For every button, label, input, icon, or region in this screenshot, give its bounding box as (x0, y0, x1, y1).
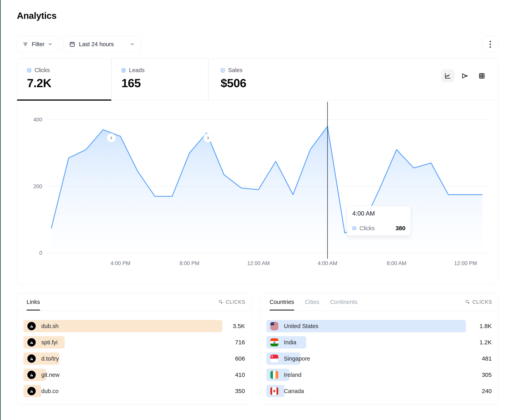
dub-logo-icon (27, 322, 36, 330)
funnel-icon (461, 72, 468, 80)
india-flag-icon (270, 338, 278, 346)
clicks-series-chip-icon (352, 226, 356, 230)
list-item[interactable]: spti.fyi 716 (23, 336, 245, 348)
list-item-value: 305 (482, 369, 492, 381)
chevron-down-icon (48, 42, 53, 47)
filter-button-label: Filter (32, 41, 45, 48)
list-item-label: United States (284, 323, 318, 329)
leads-series-chip-icon (121, 68, 126, 72)
svg-text:4:00 AM: 4:00 AM (318, 260, 337, 266)
ireland-flag-icon (270, 371, 278, 379)
chevron-right-icon (109, 136, 113, 140)
tab-continents[interactable]: Continents (330, 299, 358, 305)
list-item[interactable]: git.new 410 (23, 369, 245, 381)
list-item[interactable]: Singapore 481 (266, 352, 492, 365)
chart-tooltip: 4:00 AM Clicks 380 (347, 206, 411, 236)
svg-text:12:00 AM: 12:00 AM (247, 260, 270, 266)
singapore-flag-icon (270, 355, 278, 362)
dub-logo-icon (27, 338, 36, 347)
links-panel: Links CLICKS dub.sh 3.5K spti.f (17, 293, 252, 405)
list-item-label: dub.co (41, 388, 59, 394)
svg-text:8:00 AM: 8:00 AM (387, 260, 406, 266)
filter-lines-icon (22, 41, 29, 47)
svg-text:8:00 PM: 8:00 PM (179, 260, 200, 266)
dub-logo-icon (27, 371, 36, 379)
clicks-series-chip-icon (27, 68, 31, 72)
list-item-value: 410 (235, 369, 245, 381)
list-item-value: 481 (482, 352, 492, 365)
tab-cities[interactable]: Cities (305, 299, 319, 305)
tab-clicks[interactable]: Clicks 7.2K (17, 59, 111, 100)
list-item-label: d.to/try (41, 355, 59, 362)
list-item[interactable]: United States 1.8K (266, 320, 492, 332)
links-metric-column[interactable]: CLICKS (218, 299, 245, 305)
list-item-label: git.new (41, 372, 60, 378)
list-item[interactable]: d.to/try 606 (23, 352, 245, 365)
metric-nav-chevron-button[interactable] (203, 133, 213, 142)
list-item-label: India (284, 339, 296, 346)
analytics-page: Analytics Filter Last 24 hours (0, 0, 508, 420)
table-view-button[interactable] (476, 70, 488, 82)
metric-value: 7.2K (27, 76, 111, 90)
svg-text:0: 0 (39, 250, 42, 256)
tab-sales[interactable]: Sales $506 (208, 59, 311, 100)
more-options-button[interactable] (482, 36, 498, 52)
kebab-vertical-icon (490, 41, 491, 48)
cursor-click-icon (465, 299, 471, 305)
chevron-down-icon (130, 42, 135, 47)
list-item-label: dub.sh (41, 323, 59, 329)
chart-type-toggle (441, 70, 488, 82)
tab-leads[interactable]: Leads 165 (112, 59, 208, 100)
window-edge-strip (0, 0, 1, 420)
clicks-area-chart[interactable]: 02004004:00 PM8:00 PM12:00 AM4:00 AM8:00… (17, 100, 499, 284)
list-item-label: Canada (284, 388, 304, 394)
countries-metric-column[interactable]: CLICKS (465, 299, 492, 305)
metric-column-label: CLICKS (472, 299, 492, 305)
grid-table-icon (478, 72, 486, 80)
svg-text:400: 400 (33, 117, 42, 123)
metric-value: 165 (121, 76, 208, 90)
page-title: Analytics (17, 10, 57, 21)
analytics-chart-card: Clicks 7.2K Leads 165 Sales $506 (17, 58, 498, 284)
svg-text:12:00 PM: 12:00 PM (454, 260, 477, 266)
tooltip-value: 380 (396, 225, 405, 232)
list-item[interactable]: Ireland 305 (266, 369, 492, 381)
date-range-label: Last 24 hours (79, 41, 114, 48)
funnel-view-button[interactable] (458, 70, 471, 82)
list-item-label: Ireland (284, 372, 301, 378)
list-item-value: 606 (235, 352, 245, 365)
list-item-label: Singapore (284, 355, 310, 362)
date-range-button[interactable]: Last 24 hours (63, 36, 141, 52)
filter-button[interactable]: Filter (17, 36, 59, 52)
countries-panel: Countries Cities Continents CLICKS Unite… (260, 293, 498, 405)
chevron-right-icon (206, 136, 210, 140)
svg-text:200: 200 (33, 183, 42, 189)
line-chart-icon (444, 72, 451, 80)
list-item-value: 350 (235, 385, 245, 397)
countries-list: United States 1.8K India 1.2K Singapore … (266, 320, 492, 401)
list-item-value: 1.2K (479, 336, 492, 348)
calendar-icon (69, 41, 75, 47)
list-item-label: spti.fyi (41, 339, 58, 346)
metric-nav-chevron-button[interactable] (107, 133, 116, 142)
list-item-value: 716 (235, 336, 245, 348)
tab-links[interactable]: Links (27, 299, 40, 305)
us-flag-icon (270, 322, 278, 330)
canada-flag-icon (270, 387, 278, 395)
list-item[interactable]: dub.sh 3.5K (23, 320, 245, 332)
list-item-value: 1.8K (479, 320, 492, 332)
tooltip-series-label: Clicks (359, 225, 375, 232)
list-item[interactable]: dub.co 350 (23, 385, 245, 397)
metric-tabs-row: Clicks 7.2K Leads 165 Sales $506 (17, 59, 498, 101)
tab-countries[interactable]: Countries (269, 299, 294, 305)
dub-logo-icon (27, 387, 36, 395)
line-chart-view-button[interactable] (441, 70, 454, 82)
links-list: dub.sh 3.5K spti.fyi 716 d.to/try 606 gi… (23, 320, 245, 401)
metric-label: Sales (228, 67, 243, 73)
metric-value: $506 (221, 76, 311, 90)
cursor-click-icon (218, 299, 224, 305)
list-item[interactable]: India 1.2K (266, 336, 492, 348)
list-item[interactable]: Canada 240 (266, 385, 492, 397)
list-item-value: 3.5K (233, 320, 245, 332)
svg-text:4:00 PM: 4:00 PM (111, 260, 131, 266)
